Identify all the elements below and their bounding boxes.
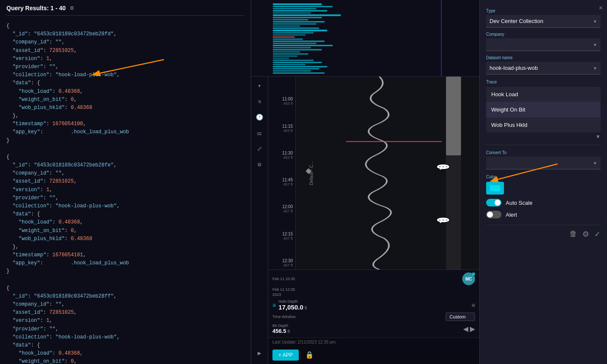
auto-scale-label: Auto Scale xyxy=(506,200,533,206)
svg-rect-12 xyxy=(273,30,327,32)
date-start: Feb 11 10:35 xyxy=(272,277,295,281)
svg-rect-7 xyxy=(273,19,308,20)
waveform-area: Default - C... xyxy=(296,77,479,269)
left-panel: Query Results: 1 - 40 ≡ { "_id": "6453c0… xyxy=(0,0,251,364)
lock-icon[interactable]: 🔒 xyxy=(305,351,314,359)
center-area: ▾ ⇅ 🕐 ⚌ ⤢ ⚙ ▶ 11:00 463 ft xyxy=(251,0,479,364)
trace-item-wob-plus-hkld[interactable]: Wob Plus Hkld xyxy=(486,118,601,132)
svg-rect-23 xyxy=(273,53,308,54)
close-button[interactable]: × xyxy=(599,4,603,12)
query-results-label: Query Results: 1 - 40 xyxy=(6,5,66,11)
chart-with-times: 11:00 463 ft 11:15 463 ft 11:30 463 ft 1… xyxy=(268,77,479,269)
confirm-icon[interactable]: ✓ xyxy=(594,229,601,239)
time-labels-column: 11:00 463 ft 11:15 463 ft 11:30 463 ft 1… xyxy=(268,77,296,269)
trace-chevron-down-icon[interactable]: ▼ xyxy=(596,134,601,140)
dataset-label: Dataset name xyxy=(486,55,601,60)
alert-label: Alert xyxy=(506,212,517,218)
alert-toggle[interactable] xyxy=(486,211,501,218)
top-chart xyxy=(251,0,479,77)
trace-item-weight-on-bit[interactable]: Weight On Bit xyxy=(486,102,601,118)
svg-rect-15 xyxy=(273,37,295,38)
convert-to-label: Convert To xyxy=(486,150,601,155)
svg-rect-26 xyxy=(273,60,314,61)
time-label-1230: 12:30 xyxy=(282,258,293,263)
color-label: Color xyxy=(486,175,601,179)
time-chart-wrapper: 11:00 463 ft 11:15 463 ft 11:30 463 ft 1… xyxy=(268,77,479,364)
right-panel: × Type Dev Center Collection Company Dat… xyxy=(479,0,607,364)
filter-list-icon[interactable]: ≡ xyxy=(472,302,475,309)
depth-icon: ≡ xyxy=(272,302,276,309)
color-swatch[interactable] xyxy=(486,182,504,195)
next-arrow[interactable]: ▶ xyxy=(470,325,475,333)
sort-icon[interactable]: ⇅ xyxy=(252,95,267,108)
align-icon[interactable]: ⚌ xyxy=(252,126,267,140)
time-label-1200: 12:00 xyxy=(282,204,293,209)
svg-rect-20 xyxy=(273,47,311,48)
alert-row: Alert xyxy=(486,211,601,218)
prev-arrow[interactable]: ◀ xyxy=(463,325,468,333)
mc-avatar[interactable]: MC xyxy=(462,272,475,285)
main-chart-area: ▾ ⇅ 🕐 ⚌ ⤢ ⚙ ▶ 11:00 463 ft xyxy=(251,77,479,364)
convert-to-wrapper[interactable] xyxy=(486,157,601,169)
svg-rect-18 xyxy=(273,43,316,44)
svg-rect-13 xyxy=(273,32,314,34)
svg-rect-16 xyxy=(273,38,303,40)
depth-label-1145: 457 ft xyxy=(283,182,293,186)
time-window-select[interactable]: Custom 1 Hour 2 Hours 4 Hours xyxy=(446,312,475,321)
time-label-1115: 11:15 xyxy=(282,124,293,129)
svg-rect-2 xyxy=(273,8,316,9)
delete-icon[interactable]: 🗑 xyxy=(570,229,577,239)
last-update: Last Update: 2/11/2023 12:35 pm xyxy=(268,338,479,346)
time-label-1130: 11:30 xyxy=(282,151,293,155)
expand-right-icon[interactable]: ▶ xyxy=(252,346,267,360)
settings-icon[interactable]: ⚙ xyxy=(252,158,267,171)
diamond-marker[interactable] xyxy=(306,169,311,173)
depth-label-1130: 463 ft xyxy=(283,155,293,160)
svg-rect-3 xyxy=(273,10,327,11)
hole-depth-label: Hole Depth xyxy=(278,299,307,304)
dataset-select-wrapper[interactable]: hook-load-plus-wob xyxy=(486,62,601,75)
auto-scale-toggle[interactable] xyxy=(486,199,501,206)
date-end: Feb 11 12:35 xyxy=(272,287,475,292)
svg-rect-24 xyxy=(273,55,297,57)
hole-depth-value: 17,050.0 xyxy=(278,304,303,311)
depth-label-1115: 463 ft xyxy=(283,129,293,133)
chevron-down-icon[interactable]: ▾ xyxy=(252,79,267,92)
svg-rect-6 xyxy=(273,17,322,18)
trace-item-hook-load[interactable]: Hook Load xyxy=(486,87,601,102)
type-select[interactable]: Dev Center Collection xyxy=(486,15,601,28)
depth-label-1100: 463 ft xyxy=(283,101,293,106)
filter-icon[interactable]: ≡ xyxy=(70,4,74,12)
type-label: Type xyxy=(486,9,601,13)
svg-rect-22 xyxy=(273,51,300,52)
svg-rect-31 xyxy=(273,70,311,72)
clock-icon[interactable]: 🕐 xyxy=(252,110,267,124)
svg-rect-0 xyxy=(273,3,322,5)
company-select-wrapper[interactable] xyxy=(486,38,601,51)
settings-action-icon[interactable]: ⚙ xyxy=(582,229,589,239)
bottom-toolbar: + APP 🔒 xyxy=(268,346,479,364)
svg-rect-28 xyxy=(273,64,306,65)
json-record-3: { "_id": "6453c018189c03472beb28ff", "co… xyxy=(6,284,244,364)
auto-scale-row: Auto Scale xyxy=(486,199,601,206)
trace-section-label: Trace xyxy=(486,80,601,84)
color-swatch-inner xyxy=(490,185,500,191)
depth-label-1200: 457 ft xyxy=(283,209,293,213)
svg-rect-25 xyxy=(273,57,289,59)
svg-rect-21 xyxy=(273,49,322,50)
svg-rect-32 xyxy=(273,72,324,74)
time-label-1215: 12:15 xyxy=(282,232,293,236)
add-app-button[interactable]: + APP xyxy=(272,350,299,361)
section-divider-1 xyxy=(486,145,601,145)
trace-list: Hook Load Weight On Bit Wob Plus Hkld xyxy=(486,87,601,132)
time-window-label: Time Window xyxy=(272,315,295,319)
svg-rect-5 xyxy=(273,14,341,16)
time-label-1145: 11:45 xyxy=(282,178,293,182)
type-select-wrapper[interactable]: Dev Center Collection xyxy=(486,15,601,28)
external-link-icon[interactable]: ⤢ xyxy=(252,142,267,155)
convert-to-select[interactable] xyxy=(486,157,601,169)
hole-depth-unit: ft xyxy=(305,306,307,310)
company-select[interactable] xyxy=(486,38,601,51)
svg-rect-35 xyxy=(446,77,461,155)
dataset-select[interactable]: hook-load-plus-wob xyxy=(486,62,601,75)
